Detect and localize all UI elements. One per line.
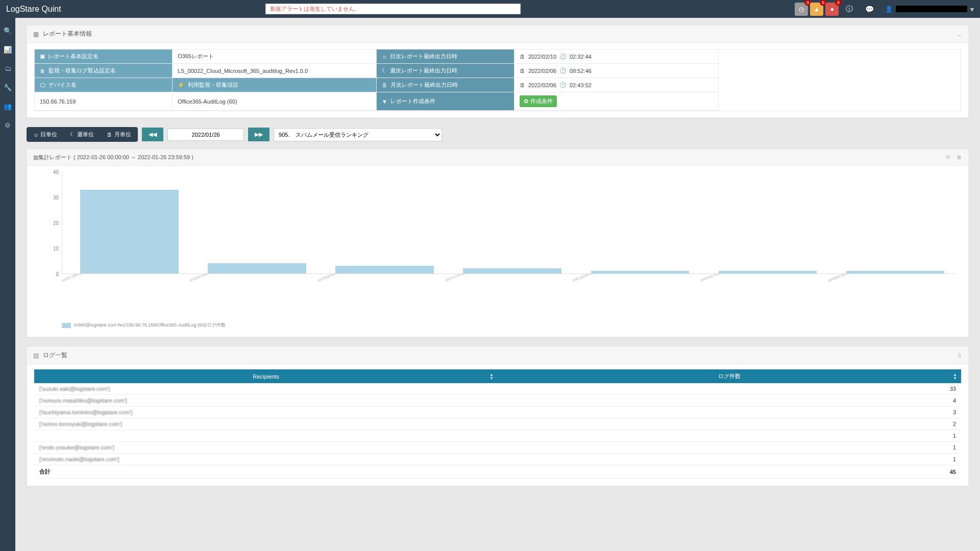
legend-swatch: [62, 323, 71, 328]
chart-bar[interactable]: [463, 268, 561, 273]
user-menu[interactable]: 👤 ▾: [885, 5, 974, 13]
log-header: ▤ ログ一覧 ⇩: [27, 347, 968, 364]
label-condition: レポート作成条件: [390, 97, 435, 105]
x-label: ['norino.tomoyuki@logstare.com']: [445, 274, 573, 319]
warning-icon: ▲: [814, 6, 820, 13]
download-icon[interactable]: ⇩: [957, 352, 962, 359]
total-value: 45: [498, 465, 961, 479]
export-icon[interactable]: 🗎: [957, 154, 962, 161]
sidebar-settings[interactable]: ⚙: [5, 121, 11, 129]
basic-info-header: ▦ レポート基本情報 ⌄: [27, 26, 968, 43]
label-monthly: 月次レポート最終出力日時: [390, 81, 458, 89]
chart-bar[interactable]: [80, 190, 179, 273]
table-row[interactable]: ['endo.yosuke@logstare.com']1: [34, 442, 961, 454]
chevron-down-icon[interactable]: ⌄: [957, 31, 962, 38]
report-select[interactable]: 905. スパムメール受信ランキング: [274, 128, 442, 141]
moon-icon: ☾: [70, 131, 75, 138]
topbar-right: ◷ 0 ▲ 0 ● 0 ⓘ 💬 👤 ▾: [795, 3, 974, 16]
log-panel: ▤ ログ一覧 ⇩ Recipients▲▼ ログ件数▲▼ ['suzuki.sa…: [27, 346, 969, 486]
calendar-icon: 🗓: [382, 82, 387, 88]
count-cell: 4: [498, 395, 961, 407]
count-cell: 2: [498, 418, 961, 430]
doc-icon: 🗎: [40, 68, 45, 74]
date-input[interactable]: [167, 129, 244, 141]
alert-badge-red[interactable]: ● 0: [825, 3, 839, 16]
check-icon: ✿: [524, 98, 528, 105]
clock-icon: 🕐: [559, 67, 567, 74]
count-cell: 3: [498, 407, 961, 418]
btn-weekly[interactable]: ☾週単位: [63, 127, 100, 142]
brand-title: LogStare Quint: [6, 5, 71, 14]
col-recipients[interactable]: Recipients▲▼: [34, 369, 498, 383]
basic-info-panel: ▦ レポート基本情報 ⌄ ▣レポート基本設定名 O365レポート ☼日次レポート…: [27, 25, 969, 118]
alert-count-red: 0: [835, 0, 842, 6]
y-tick: 40: [53, 169, 59, 175]
list-icon: ▤: [33, 352, 39, 359]
sun-icon: ☼: [382, 54, 387, 60]
value-log-setting: LS_00022_Cloud_Microsoft_365_auditlog_Re…: [173, 64, 377, 78]
calendar-icon: 🗓: [107, 132, 112, 138]
chat-icon[interactable]: 💬: [865, 5, 874, 13]
clock-icon: 🕐: [559, 82, 567, 88]
label-report-name: レポート基本設定名: [48, 53, 99, 60]
x-label: ['suzuki.saki@logstare.com']: [62, 274, 189, 319]
table-row[interactable]: ['tsuchiyama.tominiro@logstare.com']3: [34, 407, 961, 418]
table-row[interactable]: 1: [34, 430, 961, 442]
chevron-down-icon: ▾: [970, 5, 974, 13]
sidebar-dashboard[interactable]: 📊: [4, 46, 12, 54]
chart-bar[interactable]: [208, 263, 306, 273]
chart-bar[interactable]: [846, 271, 945, 273]
table-row[interactable]: ['nomura.masahiko@logstare.com']4: [34, 395, 961, 407]
chart-bar[interactable]: [335, 266, 434, 273]
sidebar: 🔍 📊 🗂 🔧 👥 ⚙: [0, 18, 15, 551]
col-count[interactable]: ログ件数▲▼: [498, 369, 961, 383]
btn-daily[interactable]: ☼日単位: [27, 127, 63, 142]
count-cell: 33: [498, 383, 961, 395]
info-icon[interactable]: ⓘ: [846, 5, 853, 14]
btn-next[interactable]: ▶▶: [248, 128, 270, 141]
clock-icon: ◷: [799, 6, 804, 13]
chart-legend: m365@logstare.com-fw1/150.66.76.159/Offi…: [39, 320, 956, 329]
chart-area: 010203040: [39, 172, 956, 274]
recipient-cell: ['endo.yosuke@logstare.com']: [39, 444, 114, 450]
btn-prev[interactable]: ◀◀: [142, 128, 163, 141]
count-cell: 1: [498, 454, 961, 465]
period-button-group: ☼日単位 ☾週単位 🗓月単位: [27, 127, 138, 142]
table-row[interactable]: ['suzuki.saki@logstare.com']33: [34, 383, 961, 395]
condition-button[interactable]: ✿作成条件: [520, 95, 557, 107]
chart-header: ▥ 集計レポート ( 2022-01-26 00:00:00 ～ 2022-01…: [27, 149, 968, 166]
sidebar-reports[interactable]: 🗂: [5, 65, 11, 72]
chart-bar[interactable]: [591, 271, 690, 273]
alert-badge-grey[interactable]: ◷ 0: [795, 3, 808, 16]
table-row[interactable]: ['norino.tomoyuki@logstare.com']2: [34, 418, 961, 430]
clock-icon: 🕐: [559, 53, 567, 60]
sun-icon: ☼: [33, 132, 38, 138]
recipient-cell: ['norino.tomoyuki@logstare.com']: [39, 421, 122, 427]
x-label: ['yamada.t@logstare.com']: [828, 274, 956, 319]
log-table: Recipients▲▼ ログ件数▲▼ ['suzuki.saki@logsta…: [34, 369, 961, 479]
x-label: ['nomura.masahiko@logstare.com']: [189, 274, 317, 319]
moon-icon: ☾: [382, 67, 387, 74]
user-name-redacted: [896, 6, 967, 12]
monitor-icon: 🖵: [40, 82, 45, 88]
alert-badge-orange[interactable]: ▲ 0: [810, 3, 823, 16]
table-row[interactable]: ['enomoto.naoki@logstare.com']1: [34, 454, 961, 465]
chart-icon: ▥: [33, 154, 38, 161]
value-condition: ✿作成条件: [514, 92, 719, 111]
label-weekly: 週次レポート最終出力日時: [390, 67, 457, 74]
recipient-cell: ['nomura.masahiko@logstare.com']: [39, 397, 127, 404]
refresh-icon[interactable]: ⟳: [946, 154, 950, 161]
value-report-name: O365レポート: [173, 49, 377, 64]
calendar-icon: 🗓: [520, 82, 525, 88]
sidebar-users[interactable]: 👥: [4, 103, 12, 110]
sidebar-search[interactable]: 🔍: [4, 27, 12, 35]
chart-bar[interactable]: [719, 271, 817, 273]
btn-monthly[interactable]: 🗓月単位: [100, 127, 138, 142]
x-label: ['enomoto.naoki@logstare.com']: [700, 274, 828, 319]
sidebar-tools[interactable]: 🔧: [4, 84, 12, 91]
filter-icon: ▼: [382, 98, 387, 105]
table-icon: ▦: [33, 31, 39, 38]
label-daily: 日次レポート最終出力日時: [390, 53, 457, 60]
y-tick: 0: [56, 271, 59, 277]
topbar: LogStare Quint 新規アラートは発生していません。 ◷ 0 ▲ 0 …: [0, 0, 980, 18]
